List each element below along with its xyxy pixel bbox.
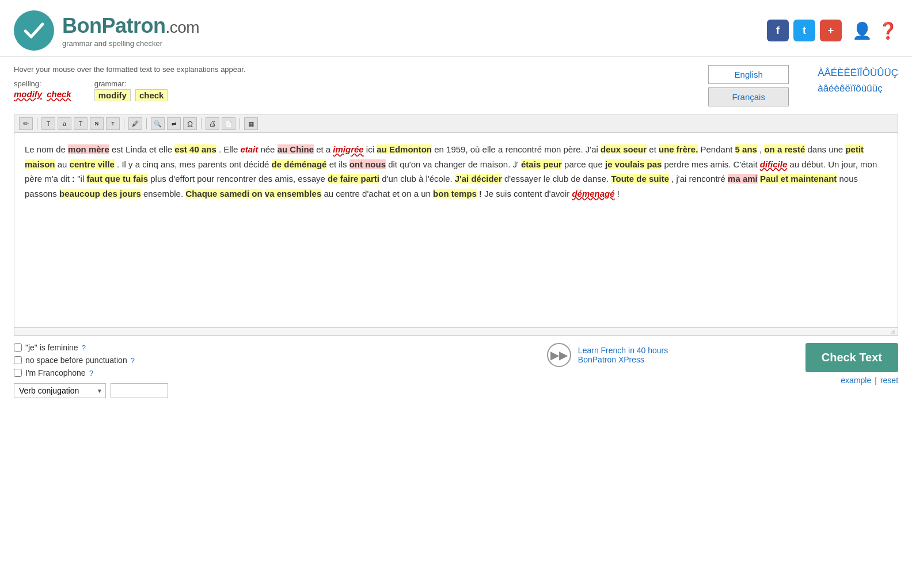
toolbar-pencil[interactable]: ✏ (19, 117, 33, 130)
special-chars-lower[interactable]: àâéèêëïîôùûüç (818, 81, 898, 96)
error-je-voulais-pas: je voulais pas (605, 159, 662, 169)
checkbox-no-space[interactable] (14, 356, 22, 364)
bottom-center: ▶▶ Learn French in 40 hours BonPatron XP… (409, 343, 805, 367)
example-reset-row: example | reset (841, 376, 898, 385)
error-jai-decider: J'ai décider (455, 174, 502, 184)
error-etais-peur: étais peur (521, 159, 562, 169)
toolbar-omega[interactable]: Ω (183, 117, 197, 130)
toolbar-print[interactable]: 🖨 (206, 117, 219, 130)
separator: | (875, 376, 877, 385)
no-space-help[interactable]: ? (131, 356, 135, 365)
toolbar-sep-3 (146, 118, 147, 129)
resize-handle[interactable]: ⊿ (890, 328, 895, 336)
toolbar-text2[interactable]: T (74, 117, 88, 130)
special-chars-upper[interactable]: ÀÂÉÈÊËÏÎÔÙÛÜÇ (818, 65, 898, 81)
logo-text-area: BonPatron.com grammar and spelling check… (62, 14, 199, 48)
error-faut-que-tu-fais: faut que tu fais (86, 174, 148, 184)
toolbar-sep-1 (37, 118, 37, 129)
error-est-40-ans: est 40 ans (174, 144, 216, 154)
error-au-edmonton: au Edmonton (377, 144, 432, 154)
toolbar-export[interactable]: 📄 (222, 117, 235, 130)
spelling-label: spelling: (14, 79, 41, 88)
francophone-help[interactable]: ? (89, 369, 93, 377)
editor-resize-bar: ⊿ (14, 328, 898, 336)
facebook-button[interactable]: f (767, 20, 789, 41)
editor-toolbar: ✏ T a T N T 🖉 🔍 ⇄ Ω 🖨 📄 ▦ (14, 114, 898, 132)
error-mon-mere: mon mère (68, 144, 109, 154)
toolbar-text3[interactable]: N (90, 117, 104, 130)
learn-french-link1[interactable]: Learn French in 40 hours (578, 346, 668, 355)
controls-left: Hover your mouse over the formatted text… (14, 65, 679, 101)
error-ont-nous: ont nous (349, 159, 386, 169)
googleplus-button[interactable]: + (820, 20, 842, 41)
site-title: BonPatron.com (62, 14, 199, 38)
error-centre-ville: centre ville (70, 159, 115, 169)
spelling-items: modify check (14, 89, 71, 99)
error-au-chine: au Chine (278, 144, 314, 154)
toolbar-find[interactable]: 🔍 (151, 117, 165, 130)
toolbar-a[interactable]: a (58, 117, 71, 130)
toolbar-text1[interactable]: T (41, 117, 55, 130)
francais-language-button[interactable]: Français (708, 87, 789, 106)
je-feminine-help[interactable]: ? (82, 343, 86, 352)
grammar-items: modify check (94, 89, 168, 101)
learn-french-play-icon[interactable]: ▶▶ (547, 343, 571, 367)
error-beaucoup-des-jours: beaucoup des jours (59, 189, 141, 198)
error-demenage2: démenagé (572, 189, 614, 198)
learn-french-link2[interactable]: BonPatron XPress (578, 355, 668, 364)
checkbox-no-space-label: no space before punctuation (25, 356, 127, 365)
help-icon[interactable]: ❓ (878, 21, 898, 40)
toolbar-replace[interactable]: ⇄ (167, 117, 181, 130)
bottom-controls: "je" is feminine ? no space before punct… (0, 336, 912, 405)
site-subtitle: grammar and spelling checker (62, 39, 199, 48)
toolbar-table[interactable]: ▦ (244, 117, 258, 130)
spelling-check-example: check (47, 89, 71, 99)
grammar-modify-example: modify (94, 89, 131, 101)
checkbox-francophone[interactable] (14, 369, 22, 377)
special-characters: ÀÂÉÈÊËÏÎÔÙÛÜÇ àâéèêëïîôùûüç (818, 65, 898, 96)
grammar-check-example: check (135, 89, 168, 101)
error-dificile: dificile (760, 159, 788, 169)
editor-area[interactable]: Le nom de mon mère est Linda et elle est… (14, 132, 898, 328)
error-toute-de-suite: Toute de suite (611, 174, 669, 184)
toolbar-eraser[interactable]: 🖉 (128, 117, 142, 130)
user-icon[interactable]: 👤 (852, 21, 872, 40)
error-chaque-samedi: Chaque samedi on (185, 189, 262, 198)
checkbox-je-feminine[interactable] (14, 343, 22, 352)
legend-row: spelling: modify check grammar: modify c… (14, 79, 679, 101)
reset-link[interactable]: reset (880, 376, 898, 385)
checkbox-francophone-label: I'm Francophone (25, 368, 86, 377)
logo-area: BonPatron.com grammar and spelling check… (14, 10, 199, 51)
error-deux-soeur: deux soeur (601, 144, 647, 154)
bottom-right: Check Text example | reset (805, 343, 898, 385)
hover-hint: Hover your mouse over the formatted text… (14, 65, 679, 74)
example-link[interactable]: example (841, 376, 871, 385)
error-de-faire-parti: de faire parti (328, 174, 379, 184)
grammar-legend: grammar: modify check (94, 79, 168, 101)
verb-conjugation-select[interactable]: Verb conjugation (14, 383, 106, 398)
english-language-button[interactable]: English (708, 65, 789, 84)
grammar-label: grammar: (94, 79, 127, 88)
error-imigree: imigrée (333, 144, 363, 154)
error-une-frere: une frère. (659, 144, 698, 154)
checkbox-francophone-row: I'm Francophone ? (14, 368, 409, 377)
check-text-button[interactable]: Check Text (805, 343, 898, 372)
error-5-ans: 5 ans (735, 144, 757, 154)
toolbar-sep-5 (240, 118, 240, 129)
verb-select-wrapper: Verb conjugation (14, 383, 106, 398)
toolbar-text4[interactable]: T (106, 117, 120, 130)
error-etait: etait (240, 144, 258, 154)
verb-row: Verb conjugation (14, 383, 409, 398)
error-de-demenage: de déménagé (272, 159, 327, 169)
checkbox-no-space-row: no space before punctuation ? (14, 356, 409, 365)
error-on-a-reste: on a resté (764, 144, 805, 154)
checkbox-je-feminine-row: "je" is feminine ? (14, 343, 409, 352)
verb-input[interactable] (111, 383, 168, 398)
twitter-button[interactable]: t (793, 20, 815, 41)
header: BonPatron.com grammar and spelling check… (0, 0, 912, 57)
error-paul-et-maintenant: Paul et maintenant (760, 174, 837, 184)
error-va-ensembles: va ensembles (265, 189, 321, 198)
controls-area: Hover your mouse over the formatted text… (0, 57, 912, 106)
spelling-legend: spelling: modify check (14, 79, 71, 99)
logo-icon (14, 10, 54, 51)
